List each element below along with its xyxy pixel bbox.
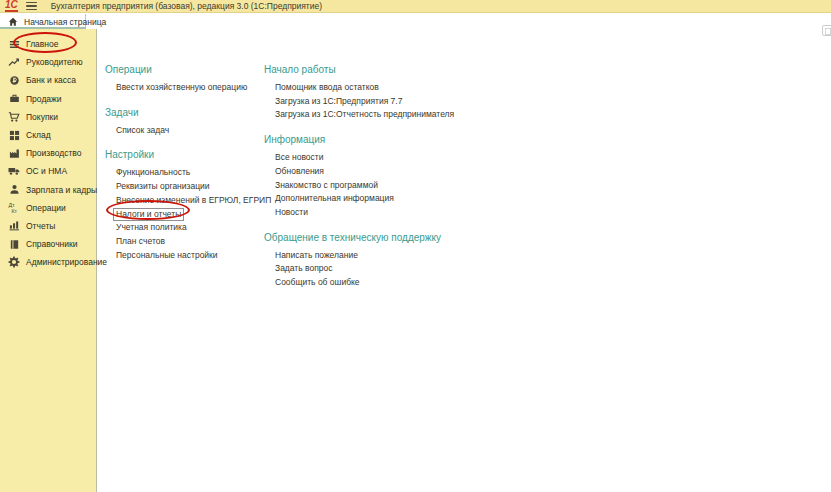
sidebar-item-label: Главное [26, 39, 58, 49]
content-link[interactable]: Новости [264, 206, 494, 220]
section-header-operacii: Операции [105, 64, 260, 75]
content-link-label: Загрузка из 1С:Предприятия 7.7 [275, 96, 402, 107]
content-link-label: Обновления [275, 166, 324, 177]
tab-home-page-label: Начальная страница [24, 17, 106, 27]
bar-chart-icon [8, 220, 20, 232]
content-link[interactable]: Знакомство с программой [264, 179, 494, 193]
content-link[interactable]: Загрузка из 1С:Предприятия 7.7 [264, 95, 494, 109]
sidebar-item-label: Зарплата и кадры [26, 185, 97, 195]
content-link-label: Задать вопрос [275, 263, 333, 274]
truck-icon [8, 165, 20, 177]
content-link-label: Новости [275, 207, 308, 218]
sidebar-item-label: Отчеты [26, 221, 55, 231]
sidebar-item-label: Справочники [26, 239, 78, 249]
content-link-label: Реквизиты организации [116, 181, 210, 192]
sidebar-item-otchety[interactable]: Отчеты [0, 217, 96, 235]
hamburger-icon [8, 38, 20, 50]
sidebar-item-operatsii[interactable]: ДтКтОперации [0, 199, 96, 217]
content-link[interactable]: Сообщить об ошибке [264, 276, 494, 290]
section-nachalo-raboty: Начало работыПомощник ввода остатковЗагр… [264, 64, 494, 122]
section-nastroyki: НастройкиФункциональностьРеквизиты орган… [105, 149, 260, 262]
content-link-label: Дополнительная информация [275, 193, 394, 204]
section-informaciya: ИнформацияВсе новостиОбновленияЗнакомств… [264, 134, 494, 220]
content-link[interactable]: Дополнительная информация [264, 192, 494, 206]
content-link[interactable]: Реквизиты организации [105, 180, 260, 194]
content-link[interactable]: Функциональность [105, 166, 260, 180]
sidebar-item-zarplata-i-kadry[interactable]: Зарплата и кадры [0, 181, 96, 199]
content-link[interactable]: Список задач [105, 124, 260, 138]
sidebar: ГлавноеРуководителюБанк и кассаПродажиПо… [0, 29, 97, 492]
factory-icon [8, 147, 20, 159]
section-header-nachalo-raboty: Начало работы [264, 64, 494, 75]
section-header-informaciya: Информация [264, 134, 494, 145]
content-link-label: План счетов [116, 236, 165, 247]
person-icon [8, 184, 20, 196]
sidebar-item-label: Покупки [26, 112, 58, 122]
title-bar: 1С Бухгалтерия предприятия (базовая), ре… [0, 0, 831, 13]
grid-icon [8, 129, 20, 141]
content-link[interactable]: Внесение изменений в ЕГРЮЛ, ЕГРИП [105, 194, 260, 208]
content-link[interactable]: Помощник ввода остатков [264, 81, 494, 95]
svg-text:Кт: Кт [11, 208, 17, 214]
content-link-label: Все новости [275, 152, 323, 163]
content-link[interactable]: План счетов [105, 235, 260, 249]
content-link[interactable]: Обновления [264, 165, 494, 179]
section-podderzhka: Обращение в техническую поддержкуНаписат… [264, 232, 494, 290]
sidebar-item-spravochniki[interactable]: Справочники [0, 235, 96, 253]
1c-logo: 1С [5, 0, 18, 12]
content-link[interactable]: Написать пожелание [264, 249, 494, 263]
content-link-label: Помощник ввода остатков [275, 82, 379, 93]
dtkt-icon: ДтКт [8, 202, 20, 214]
sidebar-item-bank-i-kassa[interactable]: Банк и касса [0, 71, 96, 89]
content-column-2: Начало работыПомощник ввода остатковЗагр… [264, 64, 494, 302]
cart-icon [8, 111, 20, 123]
sidebar-item-label: Производство [26, 148, 81, 158]
sidebar-item-label: Банк и касса [26, 75, 76, 85]
sidebar-item-label: Продажи [26, 94, 62, 104]
content-link[interactable]: Все новости [264, 151, 494, 165]
content-link[interactable]: Персональные настройки [105, 249, 260, 263]
content-link[interactable]: Учетная политика [105, 221, 260, 235]
sidebar-item-prodazhi[interactable]: Продажи [0, 90, 96, 108]
content-link-label: Учетная политика [116, 222, 187, 233]
content-link-label: Написать пожелание [275, 250, 358, 261]
content-link[interactable]: Задать вопрос [264, 262, 494, 276]
sidebar-item-label: Операции [26, 203, 66, 213]
sidebar-item-sklad[interactable]: Склад [0, 126, 96, 144]
section-header-zadachi: Задачи [105, 107, 260, 118]
book-icon [8, 238, 20, 250]
window-title: Бухгалтерия предприятия (базовая), редак… [45, 1, 322, 11]
sidebar-item-label: Администрирование [26, 257, 107, 267]
content-link-label: Список задач [116, 125, 169, 136]
home-icon [7, 16, 19, 28]
coin-icon [8, 74, 20, 86]
window-icon[interactable] [822, 25, 831, 36]
content-link-label: Знакомство с программой [275, 180, 378, 191]
sidebar-item-label: Руководителю [26, 57, 83, 67]
content-link-label: Загрузка из 1С:Отчетность предпринимател… [275, 109, 454, 120]
gear-icon [8, 256, 20, 268]
sidebar-item-os-i-nma[interactable]: ОС и НМА [0, 162, 96, 180]
section-zadachi: ЗадачиСписок задач [105, 107, 260, 138]
tab-bar: Начальная страница [0, 14, 831, 29]
content-link-label: Функциональность [116, 167, 190, 178]
content-link-label: Внесение изменений в ЕГРЮЛ, ЕГРИП [116, 195, 271, 206]
content-link-label: Налоги и отчеты [113, 208, 184, 221]
main-menu-hamburger-icon[interactable] [26, 0, 37, 12]
section-operacii: ОперацииВвести хозяйственную операцию [105, 64, 260, 95]
section-header-nastroyki: Настройки [105, 149, 260, 160]
section-header-podderzhka: Обращение в техническую поддержку [264, 232, 494, 243]
content-link[interactable]: Налоги и отчеты [105, 208, 260, 222]
sidebar-item-glavnoe[interactable]: Главное [0, 35, 96, 53]
content-link[interactable]: Ввести хозяйственную операцию [105, 81, 260, 95]
trend-up-icon [8, 56, 20, 68]
sidebar-item-proizvodstvo[interactable]: Производство [0, 144, 96, 162]
sidebar-item-pokupki[interactable]: Покупки [0, 108, 96, 126]
sidebar-item-label: ОС и НМА [26, 166, 67, 176]
content-column-1: ОперацииВвести хозяйственную операциюЗад… [105, 64, 260, 274]
sidebar-item-administrirovanie[interactable]: Администрирование [0, 253, 96, 271]
sidebar-item-rukovoditelyu[interactable]: Руководителю [0, 53, 96, 71]
content-link-label: Ввести хозяйственную операцию [116, 82, 247, 93]
content-link[interactable]: Загрузка из 1С:Отчетность предпринимател… [264, 108, 494, 122]
sidebar-item-label: Склад [26, 130, 51, 140]
